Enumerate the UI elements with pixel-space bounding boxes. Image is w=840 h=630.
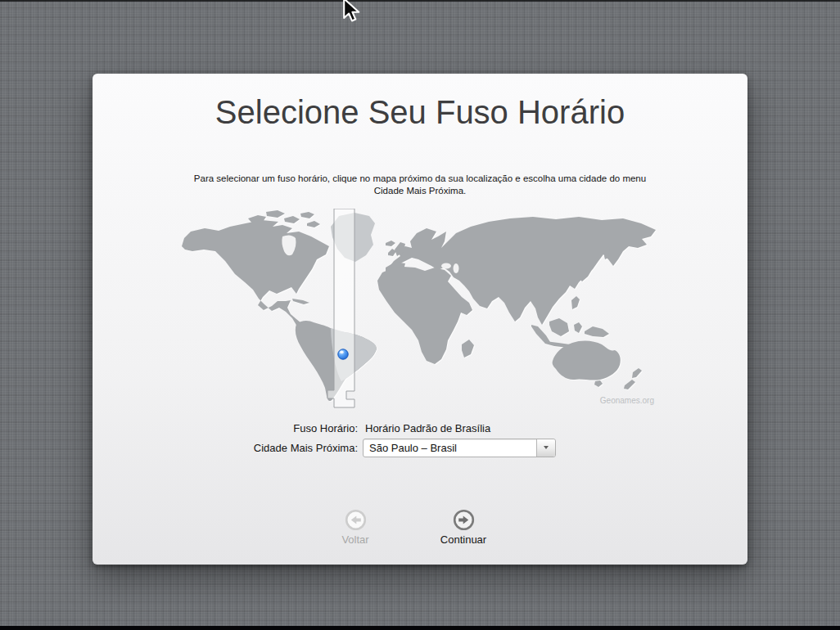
back-button-label: Voltar [314,533,396,546]
closest-city-row: Cidade Mais Próxima: São Paulo – Brasil [93,438,747,457]
mouse-cursor-icon [341,0,361,23]
closest-city-dropdown-button[interactable] [536,439,555,457]
instructions-line2: Cidade Mais Próxima. [174,185,666,197]
instructions-text: Para selecionar um fuso horário, clique … [174,173,666,197]
continue-arrow-icon [453,509,475,531]
screen-bottom-edge [0,626,840,630]
timezone-map[interactable]: Geonames.org [168,209,659,409]
desktop-background: Selecione Seu Fuso Horário Para selecion… [0,0,840,630]
timezone-value: Horário Padrão de Brasília [365,422,490,434]
continue-button[interactable]: Continuar [422,509,504,546]
back-button[interactable]: Voltar [314,509,396,546]
continents [182,210,656,401]
world-map-graphic [168,209,659,409]
location-marker [338,349,348,359]
closest-city-combobox[interactable]: São Paulo – Brasil [363,439,556,457]
map-attribution: Geonames.org [600,396,654,405]
instructions-line1: Para selecionar um fuso horário, clique … [174,173,666,185]
closest-city-value[interactable]: São Paulo – Brasil [364,439,536,457]
screen-top-edge [0,0,840,2]
page-title: Selecione Seu Fuso Horário [93,92,747,133]
back-arrow-icon [345,509,367,531]
timezone-row: Fuso Horário: Horário Padrão de Brasília [93,420,747,436]
setup-assistant-window: Selecione Seu Fuso Horário Para selecion… [93,74,747,565]
chevron-down-icon [544,446,549,449]
continue-button-label: Continuar [422,533,504,546]
timezone-label: Fuso Horário: [93,422,358,434]
closest-city-label: Cidade Mais Próxima: [93,442,358,454]
